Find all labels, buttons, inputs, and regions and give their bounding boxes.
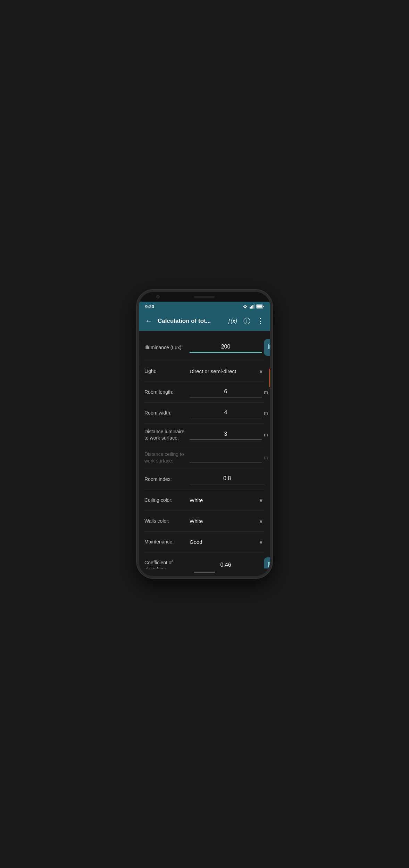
ceiling-color-label: Ceiling color:: [144, 497, 190, 503]
wifi-icon: [242, 304, 248, 309]
status-bar: 9:20: [139, 302, 270, 311]
illuminance-label: Illuminance (Lux):: [144, 344, 190, 351]
svg-rect-16: [268, 562, 270, 567]
status-icons: [242, 304, 264, 309]
home-indicator: [139, 568, 270, 576]
distance-luminaire-input[interactable]: [190, 429, 262, 440]
distance-luminaire-unit: m: [264, 432, 269, 437]
speaker-grille: [194, 296, 215, 298]
battery-icon: [256, 304, 264, 309]
walls-color-value: White: [190, 518, 256, 524]
distance-ceiling-unit: m: [264, 455, 269, 460]
formula-button[interactable]: ƒ(x): [225, 317, 239, 326]
light-input-wrap: Direct or semi-direct ∨: [190, 367, 265, 375]
walls-color-row: Walls color: White ∨: [144, 511, 265, 532]
room-width-input-wrap: m ∨: [190, 408, 270, 418]
room-length-row: Room length: m ∨: [144, 382, 265, 403]
illuminance-input-wrap: [190, 339, 270, 356]
svg-rect-5: [252, 305, 253, 309]
room-index-input[interactable]: [190, 474, 265, 484]
info-button[interactable]: ⓘ: [241, 315, 252, 327]
room-index-row: Room index:: [144, 469, 265, 490]
walls-color-dropdown-arrow[interactable]: ∨: [258, 517, 265, 525]
light-label: Light:: [144, 368, 190, 374]
room-length-unit: m: [264, 390, 269, 395]
camera-dot: [156, 295, 160, 298]
svg-rect-9: [257, 305, 262, 308]
room-length-label: Room length:: [144, 389, 190, 395]
signal-icon: [250, 304, 254, 309]
maintenance-label: Maintenance:: [144, 539, 190, 545]
room-width-input[interactable]: [190, 408, 262, 418]
room-width-label: Room width:: [144, 410, 190, 416]
distance-ceiling-input: [190, 452, 262, 463]
light-value: Direct or semi-direct: [190, 368, 256, 374]
coefficient-input-wrap: [190, 557, 270, 568]
distance-ceiling-input-wrap: m ∨: [190, 452, 270, 463]
maintenance-value: Good: [190, 539, 256, 545]
coefficient-row: Coefficient of utilization:: [144, 552, 265, 568]
ceiling-color-input-wrap: White ∨: [190, 496, 265, 504]
light-row: Light: Direct or semi-direct ∨: [144, 361, 265, 382]
room-index-label: Room index:: [144, 476, 190, 482]
maintenance-row: Maintenance: Good ∨: [144, 532, 265, 552]
distance-ceiling-row: Distance ceiling to work surface: m ∨: [144, 446, 265, 469]
room-width-row: Room width: m ∨: [144, 403, 265, 424]
svg-rect-6: [254, 304, 254, 309]
main-content: Illuminance (Lux): Light:: [139, 331, 270, 568]
maintenance-dropdown-arrow[interactable]: ∨: [258, 538, 265, 546]
lookup-icon: [268, 343, 270, 352]
app-bar-title: Calculation of tot...: [158, 318, 223, 325]
ceiling-color-value: White: [190, 497, 256, 503]
back-button[interactable]: ←: [142, 314, 156, 328]
app-bar: ← Calculation of tot... ƒ(x) ⓘ ⋮: [139, 311, 270, 331]
status-time: 9:20: [145, 304, 154, 309]
illuminance-lookup-button[interactable]: [264, 339, 270, 356]
coefficient-lookup-button[interactable]: [264, 557, 270, 568]
left-hardware-buttons: [138, 341, 139, 380]
svg-rect-8: [263, 306, 264, 307]
distance-ceiling-label: Distance ceiling to work surface:: [144, 451, 190, 464]
svg-rect-4: [251, 306, 252, 309]
coefficient-lookup-icon: [268, 561, 270, 568]
walls-color-input-wrap: White ∨: [190, 517, 265, 525]
svg-rect-3: [250, 307, 251, 309]
distance-luminaire-label: Distance luminaire to work surface:: [144, 428, 190, 441]
walls-color-label: Walls color:: [144, 518, 190, 524]
illuminance-row: Illuminance (Lux):: [144, 334, 265, 361]
maintenance-input-wrap: Good ∨: [190, 538, 265, 546]
home-pill: [194, 572, 215, 573]
room-length-input[interactable]: [190, 387, 262, 398]
room-length-input-wrap: m ∨: [190, 387, 270, 398]
right-hardware-button: [269, 368, 271, 387]
light-dropdown-arrow[interactable]: ∨: [258, 367, 265, 375]
room-width-unit: m: [264, 410, 269, 416]
room-index-input-wrap: [190, 474, 265, 484]
coefficient-label: Coefficient of utilization:: [144, 559, 190, 568]
more-button[interactable]: ⋮: [254, 315, 267, 327]
phone-notch: [139, 292, 270, 302]
illuminance-input[interactable]: [190, 342, 262, 353]
ceiling-color-row: Ceiling color: White ∨: [144, 490, 265, 511]
distance-luminaire-input-wrap: m ∨: [190, 429, 270, 440]
ceiling-color-dropdown-arrow[interactable]: ∨: [258, 496, 265, 504]
distance-luminaire-row: Distance luminaire to work surface: m ∨: [144, 424, 265, 446]
coefficient-input[interactable]: [190, 560, 262, 568]
